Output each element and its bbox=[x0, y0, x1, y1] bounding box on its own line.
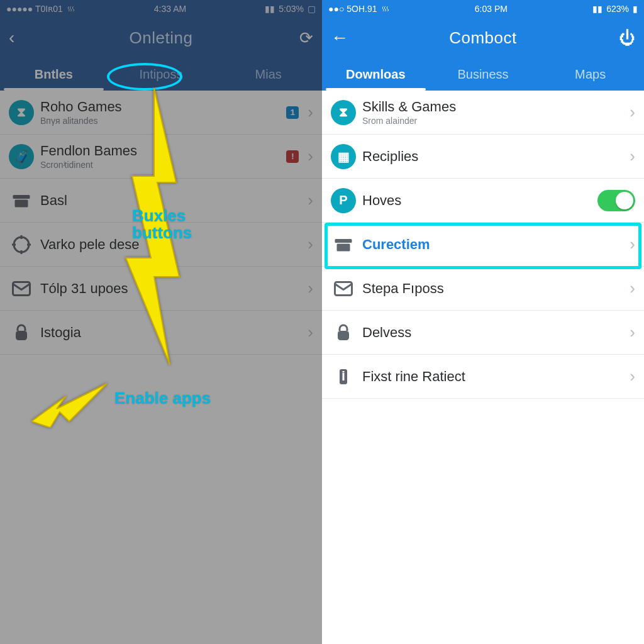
refresh-icon[interactable]: ⟳ bbox=[299, 30, 313, 46]
statusbar-time: 4:33 AM bbox=[154, 4, 186, 14]
header: ‹ Onleting ⟳ Bntles Intiposs Mias bbox=[0, 18, 322, 91]
p-icon: P bbox=[328, 188, 358, 213]
svg-rect-10 bbox=[343, 373, 345, 380]
badge: 1 bbox=[286, 106, 299, 119]
tab-maps[interactable]: Маps bbox=[536, 58, 644, 91]
list-item[interactable]: Stepa Fıposs › bbox=[322, 267, 644, 311]
list-item[interactable]: Varko pele dese › bbox=[0, 223, 322, 267]
tab-mias[interactable]: Mias bbox=[214, 58, 322, 91]
tab-bar: Bntles Intiposs Mias bbox=[0, 58, 322, 91]
wifi-icon: ᯾ bbox=[381, 4, 390, 14]
list-item[interactable]: Istogia › bbox=[0, 311, 322, 355]
list-item[interactable]: ⧗ Skills & GamesSrom alainder › bbox=[322, 91, 644, 135]
lock-icon bbox=[328, 321, 358, 344]
chevron-right-icon: › bbox=[303, 191, 313, 210]
info-icon bbox=[328, 365, 358, 388]
archive-icon bbox=[328, 233, 358, 256]
statusbar-time: 6:03 PM bbox=[475, 4, 508, 14]
svg-rect-8 bbox=[338, 331, 349, 340]
mail-icon bbox=[328, 277, 358, 300]
battery-text: 623% bbox=[606, 4, 629, 14]
list-item[interactable]: Delvess › bbox=[322, 311, 644, 355]
tab-bar: Downloas Business Маps bbox=[322, 58, 644, 91]
svg-rect-6 bbox=[337, 243, 350, 251]
picture-icon: ▦ bbox=[328, 144, 358, 169]
mail-icon bbox=[6, 277, 36, 300]
hourglass-icon: ⧗ bbox=[328, 100, 358, 125]
battery-text: 5:03% bbox=[279, 4, 304, 14]
chevron-right-icon: › bbox=[625, 147, 635, 166]
chevron-right-icon: › bbox=[625, 323, 635, 342]
status-bar: ●●○ 5OH.91 ᯾ 6:03 PM ▮▮ 623% ▮ bbox=[322, 0, 644, 18]
svg-rect-0 bbox=[13, 195, 30, 199]
power-icon[interactable]: ⏻ bbox=[619, 30, 635, 46]
chevron-right-icon: › bbox=[303, 235, 313, 254]
battery-icon: ▢ bbox=[308, 4, 316, 14]
chevron-right-icon: › bbox=[625, 367, 635, 386]
header: ← Comboct ⏻ Downloas Business Маps bbox=[322, 18, 644, 91]
wifi-icon: ᯾ bbox=[67, 4, 75, 14]
chevron-right-icon: › bbox=[303, 279, 313, 298]
lock-icon bbox=[6, 321, 36, 344]
svg-rect-11 bbox=[343, 371, 345, 372]
tab-intiposs[interactable]: Intiposs bbox=[108, 58, 215, 91]
list: ⧗ Skills & GamesSrom alainder › ▦ Recipl… bbox=[322, 91, 644, 399]
list-item[interactable]: Curectiem › bbox=[322, 223, 644, 267]
svg-rect-1 bbox=[15, 199, 28, 207]
signal-icon: ▮▮ bbox=[265, 4, 275, 14]
list-item-hoves[interactable]: P Hoves bbox=[322, 179, 644, 223]
chevron-right-icon: › bbox=[625, 103, 635, 122]
svg-rect-4 bbox=[16, 331, 27, 340]
svg-point-2 bbox=[14, 237, 29, 252]
list-item[interactable]: ⧗ Roho GamesBпγя alitandes 1 › bbox=[0, 91, 322, 135]
tab-downloas[interactable]: Downloas bbox=[322, 58, 430, 91]
back-button[interactable]: ← bbox=[331, 29, 348, 47]
tab-business[interactable]: Business bbox=[430, 58, 537, 91]
list-item[interactable]: 🧳 Fendlon BamesScronʲtidinent ! › bbox=[0, 135, 322, 179]
statusbar-carrier: ●●○ 5OH.91 bbox=[328, 4, 377, 14]
list-item[interactable]: Fixst rine Ratiect › bbox=[322, 355, 644, 399]
list-item[interactable]: Basl › bbox=[0, 179, 322, 223]
badge: ! bbox=[286, 150, 299, 163]
page-title: Onleting bbox=[130, 28, 193, 48]
hourglass-icon: ⧗ bbox=[6, 100, 36, 125]
left-phone: ●●●●● T0Iʀ01 ᯾ 4:33 AM ▮▮ 5:03% ▢ ‹ Onle… bbox=[0, 0, 322, 644]
target-icon bbox=[6, 233, 36, 256]
list-item[interactable]: ▦ Reciplies › bbox=[322, 135, 644, 179]
chevron-right-icon: › bbox=[303, 103, 313, 122]
back-button[interactable]: ‹ bbox=[9, 29, 14, 47]
right-phone: ●●○ 5OH.91 ᯾ 6:03 PM ▮▮ 623% ▮ ← Comboct… bbox=[322, 0, 644, 644]
briefcase-icon: 🧳 bbox=[6, 144, 36, 169]
svg-rect-5 bbox=[335, 239, 352, 243]
list: ⧗ Roho GamesBпγя alitandes 1 › 🧳 Fendlon… bbox=[0, 91, 322, 355]
status-bar: ●●●●● T0Iʀ01 ᯾ 4:33 AM ▮▮ 5:03% ▢ bbox=[0, 0, 322, 18]
page-title: Comboct bbox=[449, 28, 517, 48]
tab-bntles[interactable]: Bntles bbox=[0, 58, 108, 91]
chevron-right-icon: › bbox=[303, 323, 313, 342]
statusbar-carrier: ●●●●● T0Iʀ01 bbox=[6, 4, 63, 14]
signal-icon: ▮▮ bbox=[592, 4, 602, 14]
chevron-right-icon: › bbox=[303, 147, 313, 166]
chevron-right-icon: › bbox=[625, 279, 635, 298]
list-item[interactable]: Tólp 31 upoes › bbox=[0, 267, 322, 311]
chevron-right-icon: › bbox=[625, 235, 635, 254]
archive-icon bbox=[6, 189, 36, 212]
toggle-switch[interactable] bbox=[597, 190, 635, 211]
battery-icon: ▮ bbox=[633, 4, 638, 14]
